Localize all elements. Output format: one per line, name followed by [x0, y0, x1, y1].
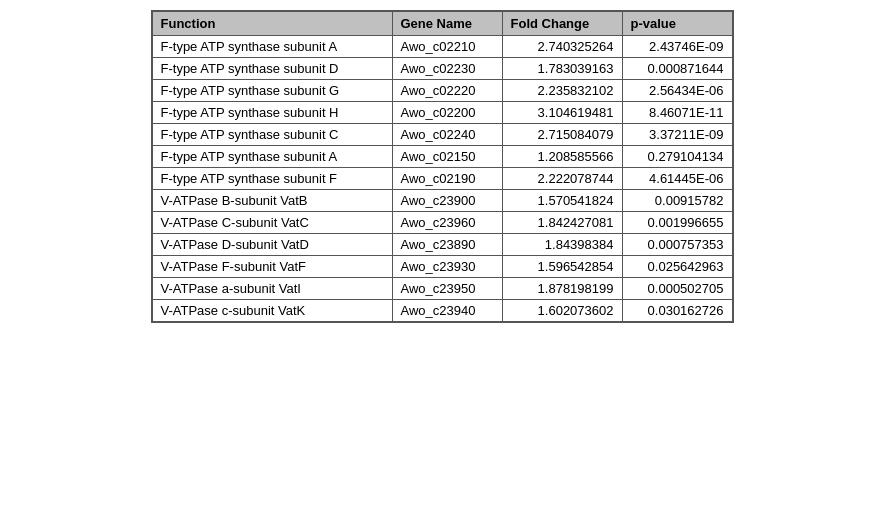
- header-p-value: p-value: [622, 12, 732, 36]
- cell-gene-name: Awo_c02200: [392, 102, 502, 124]
- cell-fold-change: 2.235832102: [502, 80, 622, 102]
- table-row: F-type ATP synthase subunit FAwo_c021902…: [152, 168, 732, 190]
- cell-p-value: 8.46071E-11: [622, 102, 732, 124]
- cell-p-value: 0.279104134: [622, 146, 732, 168]
- cell-p-value: 0.001996655: [622, 212, 732, 234]
- header-function: Function: [152, 12, 392, 36]
- cell-gene-name: Awo_c02190: [392, 168, 502, 190]
- cell-fold-change: 1.596542854: [502, 256, 622, 278]
- cell-gene-name: Awo_c02240: [392, 124, 502, 146]
- cell-function: V-ATPase B-subunit VatB: [152, 190, 392, 212]
- header-gene-name: Gene Name: [392, 12, 502, 36]
- table-row: V-ATPase D-subunit VatDAwo_c238901.84398…: [152, 234, 732, 256]
- cell-fold-change: 2.740325264: [502, 36, 622, 58]
- cell-p-value: 4.61445E-06: [622, 168, 732, 190]
- table-row: V-ATPase F-subunit VatFAwo_c239301.59654…: [152, 256, 732, 278]
- header-fold-change: Fold Change: [502, 12, 622, 36]
- cell-gene-name: Awo_c23960: [392, 212, 502, 234]
- cell-p-value: 0.00915782: [622, 190, 732, 212]
- cell-gene-name: Awo_c23890: [392, 234, 502, 256]
- cell-gene-name: Awo_c23900: [392, 190, 502, 212]
- cell-p-value: 3.37211E-09: [622, 124, 732, 146]
- table-row: V-ATPase a-subunit VatIAwo_c239501.87819…: [152, 278, 732, 300]
- cell-fold-change: 2.222078744: [502, 168, 622, 190]
- table-row: F-type ATP synthase subunit AAwo_c021501…: [152, 146, 732, 168]
- cell-p-value: 0.030162726: [622, 300, 732, 322]
- cell-function: V-ATPase C-subunit VatC: [152, 212, 392, 234]
- cell-gene-name: Awo_c02220: [392, 80, 502, 102]
- table-row: F-type ATP synthase subunit CAwo_c022402…: [152, 124, 732, 146]
- cell-function: F-type ATP synthase subunit H: [152, 102, 392, 124]
- cell-gene-name: Awo_c23940: [392, 300, 502, 322]
- table-row: F-type ATP synthase subunit AAwo_c022102…: [152, 36, 732, 58]
- table-row: V-ATPase B-subunit VatBAwo_c239001.57054…: [152, 190, 732, 212]
- table-row: F-type ATP synthase subunit HAwo_c022003…: [152, 102, 732, 124]
- cell-function: V-ATPase D-subunit VatD: [152, 234, 392, 256]
- cell-p-value: 0.000871644: [622, 58, 732, 80]
- cell-fold-change: 1.878198199: [502, 278, 622, 300]
- cell-function: F-type ATP synthase subunit G: [152, 80, 392, 102]
- cell-function: V-ATPase a-subunit VatI: [152, 278, 392, 300]
- cell-function: V-ATPase c-subunit VatK: [152, 300, 392, 322]
- cell-fold-change: 1.602073602: [502, 300, 622, 322]
- cell-gene-name: Awo_c02210: [392, 36, 502, 58]
- cell-p-value: 2.56434E-06: [622, 80, 732, 102]
- cell-gene-name: Awo_c02230: [392, 58, 502, 80]
- cell-fold-change: 1.842427081: [502, 212, 622, 234]
- cell-gene-name: Awo_c23950: [392, 278, 502, 300]
- table-row: V-ATPase C-subunit VatCAwo_c239601.84242…: [152, 212, 732, 234]
- cell-function: F-type ATP synthase subunit F: [152, 168, 392, 190]
- cell-fold-change: 3.104619481: [502, 102, 622, 124]
- cell-p-value: 0.000757353: [622, 234, 732, 256]
- table-row: V-ATPase c-subunit VatKAwo_c239401.60207…: [152, 300, 732, 322]
- cell-fold-change: 1.570541824: [502, 190, 622, 212]
- cell-fold-change: 2.715084079: [502, 124, 622, 146]
- cell-function: F-type ATP synthase subunit A: [152, 36, 392, 58]
- data-table: Function Gene Name Fold Change p-value F…: [151, 10, 734, 323]
- cell-function: F-type ATP synthase subunit A: [152, 146, 392, 168]
- cell-p-value: 0.025642963: [622, 256, 732, 278]
- cell-fold-change: 1.783039163: [502, 58, 622, 80]
- cell-gene-name: Awo_c23930: [392, 256, 502, 278]
- cell-p-value: 0.000502705: [622, 278, 732, 300]
- cell-fold-change: 1.208585566: [502, 146, 622, 168]
- table-row: F-type ATP synthase subunit GAwo_c022202…: [152, 80, 732, 102]
- cell-p-value: 2.43746E-09: [622, 36, 732, 58]
- cell-gene-name: Awo_c02150: [392, 146, 502, 168]
- cell-function: V-ATPase F-subunit VatF: [152, 256, 392, 278]
- cell-fold-change: 1.84398384: [502, 234, 622, 256]
- table-row: F-type ATP synthase subunit DAwo_c022301…: [152, 58, 732, 80]
- cell-function: F-type ATP synthase subunit C: [152, 124, 392, 146]
- cell-function: F-type ATP synthase subunit D: [152, 58, 392, 80]
